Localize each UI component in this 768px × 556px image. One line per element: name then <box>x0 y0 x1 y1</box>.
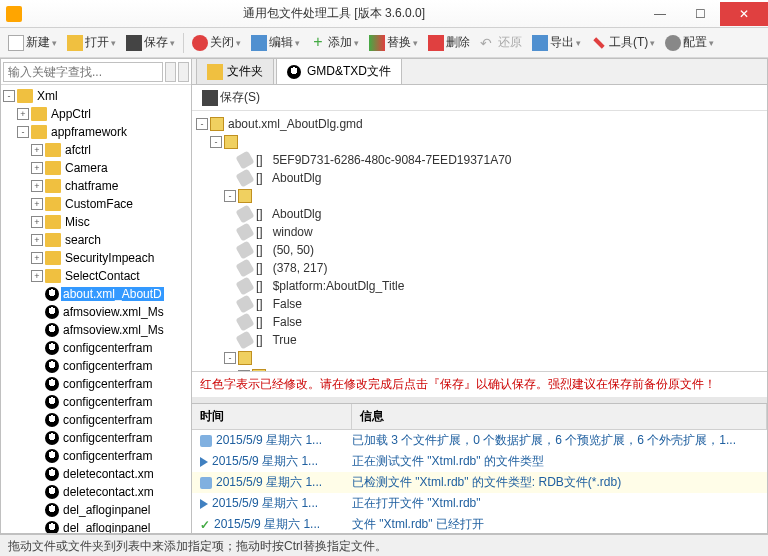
key-icon <box>235 294 254 313</box>
tree-item[interactable]: del_afloginpanel <box>61 503 152 517</box>
tree-item[interactable]: del_afloginpanel <box>61 521 152 533</box>
tree-item[interactable]: chatframe <box>63 179 120 193</box>
expand-icon[interactable]: + <box>31 216 43 228</box>
folder-icon <box>207 64 223 80</box>
expand-icon[interactable]: + <box>31 252 43 264</box>
tree-item[interactable]: Misc <box>63 215 92 229</box>
tree-item[interactable]: configcenterfram <box>61 449 154 463</box>
close-button[interactable]: ✕ <box>720 2 768 26</box>
tab-files[interactable]: 文件夹 <box>196 58 274 84</box>
prop-item[interactable]: [] True <box>256 333 297 347</box>
add-button[interactable]: +添加▾ <box>306 32 363 53</box>
export-button[interactable]: 导出▾ <box>528 32 585 53</box>
tree-root[interactable]: Xml <box>35 89 60 103</box>
folder-icon <box>31 107 47 121</box>
prop-item[interactable]: [] window <box>256 225 313 239</box>
tree-item[interactable]: CustomFace <box>63 197 135 211</box>
app-icon <box>6 6 22 22</box>
tree-item[interactable]: AppCtrl <box>49 107 93 121</box>
new-button[interactable]: 新建▾ <box>4 32 61 53</box>
key-icon <box>235 276 254 295</box>
prop-item[interactable]: [] (378, 217) <box>256 261 327 275</box>
file-icon <box>45 287 59 301</box>
tree-item[interactable]: configcenterfram <box>61 395 154 409</box>
prop-item[interactable]: [] AboutDlg <box>256 207 321 221</box>
expand-icon[interactable]: - <box>17 126 29 138</box>
plus-icon: + <box>310 35 326 51</box>
gear-icon <box>665 35 681 51</box>
expand-icon[interactable]: + <box>31 144 43 156</box>
tree-item[interactable]: configcenterfram <box>61 359 154 373</box>
expand-icon[interactable]: + <box>31 234 43 246</box>
tools-button[interactable]: 工具(T)▾ <box>587 32 659 53</box>
file-icon <box>45 341 59 355</box>
delete-button[interactable]: 删除 <box>424 32 474 53</box>
folder-icon <box>45 161 61 175</box>
prop-item[interactable]: [] False <box>256 315 302 329</box>
tree-item[interactable]: SecurityImpeach <box>63 251 156 265</box>
log-time: 2015/5/9 星期六 1... <box>192 432 352 449</box>
config-button[interactable]: 配置▾ <box>661 32 718 53</box>
penguin-icon <box>287 65 301 79</box>
expand-icon[interactable]: + <box>17 108 29 120</box>
tree-item[interactable]: afmsoview.xml_Ms <box>61 323 166 337</box>
maximize-button[interactable]: ☐ <box>680 2 720 26</box>
tree-item[interactable]: about.xml_AboutD <box>61 287 164 301</box>
prop-item[interactable]: [] $platform:AboutDlg_Title <box>256 279 404 293</box>
edit-button[interactable]: 编辑▾ <box>247 32 304 53</box>
prop-file[interactable]: about.xml_AboutDlg.gmd <box>228 117 363 131</box>
save-button[interactable]: 保存▾ <box>122 32 179 53</box>
tree-item[interactable]: afctrl <box>63 143 93 157</box>
tree-item[interactable]: SelectContact <box>63 269 142 283</box>
close-file-button[interactable]: 关闭▾ <box>188 32 245 53</box>
log-col-msg[interactable]: 信息 <box>352 404 767 429</box>
node-icon <box>224 135 238 149</box>
expand-icon[interactable]: + <box>31 180 43 192</box>
search-input[interactable] <box>3 62 163 82</box>
minimize-button[interactable]: — <box>640 2 680 26</box>
tree-item[interactable]: Camera <box>63 161 110 175</box>
folder-icon <box>45 233 61 247</box>
prop-item[interactable]: [] AboutDlg <box>256 171 321 185</box>
property-tree[interactable]: -about.xml_AboutDlg.gmd-[] 5EF9D731-6286… <box>192 111 767 371</box>
expand-icon[interactable]: + <box>31 198 43 210</box>
save-props-button[interactable]: 保存(S) <box>198 87 264 108</box>
open-button[interactable]: 打开▾ <box>63 32 120 53</box>
key-icon <box>235 168 254 187</box>
tree-item[interactable]: configcenterfram <box>61 341 154 355</box>
expand-icon[interactable]: + <box>31 162 43 174</box>
expand-icon[interactable]: - <box>3 90 15 102</box>
tree-item[interactable]: configcenterfram <box>61 413 154 427</box>
file-icon <box>45 323 59 337</box>
filter-button-1[interactable] <box>165 62 176 82</box>
tree-item[interactable]: configcenterfram <box>61 431 154 445</box>
prop-item[interactable]: [] False <box>256 297 302 311</box>
tree-item[interactable]: afmsoview.xml_Ms <box>61 305 166 319</box>
key-icon <box>235 204 254 223</box>
file-icon <box>45 413 59 427</box>
tree-item[interactable]: search <box>63 233 103 247</box>
expand-icon[interactable]: + <box>31 270 43 282</box>
edit-icon <box>251 35 267 51</box>
tree-item[interactable]: appframework <box>49 125 129 139</box>
open-icon <box>67 35 83 51</box>
log-col-time[interactable]: 时间 <box>192 404 352 429</box>
file-icon <box>45 467 59 481</box>
log-message: 已检测文件 "Xtml.rdb" 的文件类型: RDB文件(*.rdb) <box>352 474 767 491</box>
file-tree[interactable]: -Xml +AppCtrl-appframework+afctrl+Camera… <box>1 85 191 533</box>
filter-button-2[interactable] <box>178 62 189 82</box>
replace-button[interactable]: 替换▾ <box>365 32 422 53</box>
tab-gmd[interactable]: GMD&TXD文件 <box>276 58 402 84</box>
log-rows[interactable]: 2015/5/9 星期六 1...已加载 3 个文件扩展，0 个数据扩展，6 个… <box>192 430 767 533</box>
tree-item[interactable]: deletecontact.xm <box>61 485 156 499</box>
tree-item[interactable]: configcenterfram <box>61 377 154 391</box>
status-bar: 拖动文件或文件夹到列表中来添加指定项；拖动时按Ctrl替换指定文件。 <box>0 534 768 556</box>
undo-button[interactable]: ↶还原 <box>476 32 526 53</box>
new-icon <box>8 35 24 51</box>
left-panel: -Xml +AppCtrl-appframework+afctrl+Camera… <box>0 58 192 534</box>
prop-item[interactable]: [] 5EF9D731-6286-480c-9084-7EED19371A70 <box>256 153 512 167</box>
prop-item[interactable]: [] (50, 50) <box>256 243 314 257</box>
folder-icon <box>31 125 47 139</box>
tree-item[interactable]: deletecontact.xm <box>61 467 156 481</box>
log-panel: 时间 信息 2015/5/9 星期六 1...已加载 3 个文件扩展，0 个数据… <box>192 403 767 533</box>
